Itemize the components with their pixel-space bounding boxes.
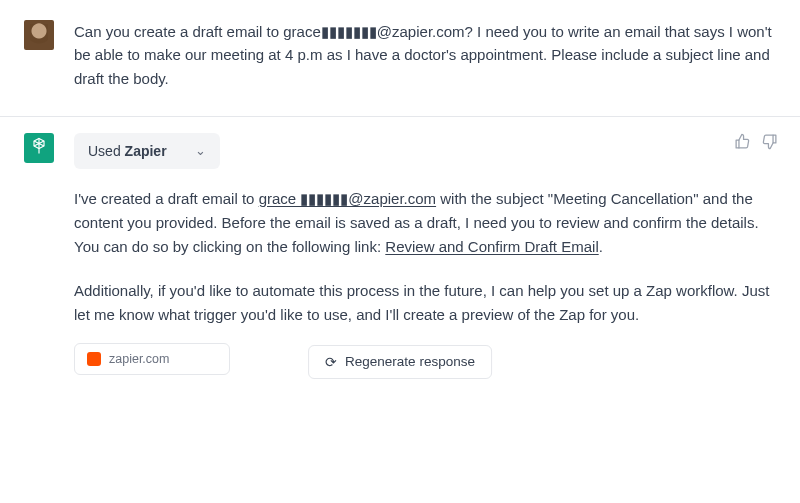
draft-email-address-link[interactable]: grace ▮▮▮▮▮▮@zapier.com [259, 190, 436, 207]
regenerate-label: Regenerate response [345, 354, 475, 369]
thumbs-up-icon[interactable] [734, 133, 751, 153]
feedback-controls [734, 133, 778, 153]
assistant-message-row: Used Zapier ⌄ I've created a draft email… [0, 116, 800, 393]
source-label: zapier.com [109, 352, 169, 366]
thumbs-down-icon[interactable] [761, 133, 778, 153]
chevron-down-icon: ⌄ [195, 143, 206, 158]
assistant-paragraph-2: Additionally, if you'd like to automate … [74, 279, 776, 327]
assistant-paragraph-1: I've created a draft email to grace ▮▮▮▮… [74, 187, 776, 259]
assistant-avatar [24, 133, 54, 163]
openai-logo-icon [29, 136, 49, 159]
user-avatar [24, 20, 54, 50]
refresh-icon: ⟳ [325, 354, 337, 370]
plugin-used-label: Used Zapier [88, 143, 167, 159]
assistant-body: Used Zapier ⌄ I've created a draft email… [74, 133, 776, 375]
review-confirm-link[interactable]: Review and Confirm Draft Email [385, 238, 598, 255]
user-message-text: Can you create a draft email to grace▮▮▮… [74, 20, 776, 90]
user-message-row: Can you create a draft email to grace▮▮▮… [0, 0, 800, 116]
zapier-logo-icon [87, 352, 101, 366]
source-card[interactable]: zapier.com [74, 343, 230, 375]
plugin-used-chip[interactable]: Used Zapier ⌄ [74, 133, 220, 169]
regenerate-button[interactable]: ⟳ Regenerate response [308, 345, 492, 379]
